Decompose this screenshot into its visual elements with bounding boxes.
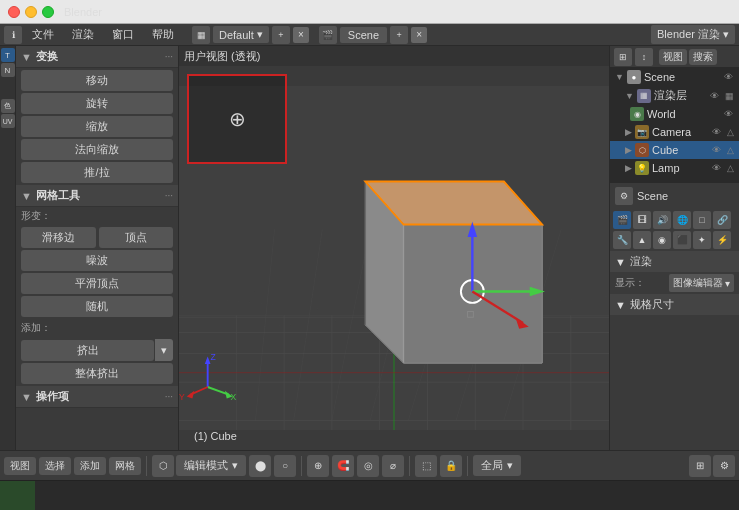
normal-scale-button[interactable]: 法向缩放 [21, 139, 173, 160]
viewport[interactable]: 用户视图 (透视) [179, 46, 609, 450]
bottom-sep-4 [467, 456, 468, 476]
titlebar: Blender [0, 0, 739, 24]
global-dropdown[interactable]: 全局 ▾ [473, 455, 521, 476]
world-icon: ◉ [630, 107, 644, 121]
smooth-vertex-button[interactable]: 平滑顶点 [21, 273, 173, 294]
ops-title: 操作项 [36, 389, 69, 404]
outliner-lamp-label: Lamp [652, 162, 680, 174]
pivot-button[interactable]: ⊕ [307, 455, 329, 477]
snap-button[interactable]: 🧲 [332, 455, 354, 477]
select-bottom-button[interactable]: 选择 [39, 457, 71, 475]
render-tab[interactable]: 🎬 [613, 211, 631, 229]
cube-extra-icon: △ [727, 145, 734, 155]
bottom-right-icons: ⊞ ⚙ [689, 455, 735, 477]
outliner-item-scene[interactable]: ▼ ● Scene 👁 [610, 68, 739, 86]
noise-button[interactable]: 噪波 [21, 250, 173, 271]
camera-extra-icon: △ [727, 127, 734, 137]
extrude-dropdown-button[interactable]: ▾ [155, 339, 173, 361]
outliner-item-camera[interactable]: ▶ 📷 Camera 👁 △ [610, 123, 739, 141]
viewport-object-label: (1) Cube [194, 430, 237, 442]
menu-window[interactable]: 窗口 [104, 25, 142, 44]
settings-button[interactable]: ⚙ [713, 455, 735, 477]
renderlayer-expand-icon: ▼ [625, 91, 634, 101]
extrude-all-button[interactable]: 整体挤出 [21, 363, 173, 384]
menu-help[interactable]: 帮助 [144, 25, 182, 44]
material-tab[interactable]: ◉ [653, 231, 671, 249]
rotate-button[interactable]: 旋转 [21, 93, 173, 114]
scene-icon[interactable]: 🎬 [319, 26, 337, 44]
vertex-button[interactable]: 顶点 [99, 227, 174, 248]
random-button[interactable]: 随机 [21, 296, 173, 317]
lock-button[interactable]: 🔒 [440, 455, 462, 477]
world-tab[interactable]: 🌐 [673, 211, 691, 229]
close-scene-button[interactable]: × [411, 27, 427, 43]
output-tab[interactable]: 🔊 [653, 211, 671, 229]
menu-file[interactable]: 文件 [24, 25, 62, 44]
cube-expand-icon: ▶ [625, 145, 632, 155]
layers-grid-button[interactable]: ⊞ [689, 455, 711, 477]
move-button[interactable]: 移动 [21, 70, 173, 91]
proportional-type-button[interactable]: ⌀ [382, 455, 404, 477]
add-workspace-button[interactable]: + [272, 26, 290, 44]
outliner-view-icon[interactable]: ⊞ [614, 48, 632, 66]
anim-tab[interactable]: 🎞 [633, 211, 651, 229]
object-tab[interactable]: □ [693, 211, 711, 229]
menu-render[interactable]: 渲染 [64, 25, 102, 44]
constraint-tab[interactable]: 🔗 [713, 211, 731, 229]
search-button[interactable]: 搜索 [689, 49, 717, 65]
resolution-section-title[interactable]: ▼ 规格尺寸 [610, 294, 739, 315]
properties-tab[interactable]: N [1, 63, 15, 77]
data-tab[interactable]: ▲ [633, 231, 651, 249]
info-icon[interactable]: ℹ [4, 26, 22, 44]
outliner-item-cube[interactable]: ▶ ⬡ Cube 👁 △ [610, 141, 739, 159]
render-section-label: 渲染 [630, 254, 652, 269]
mesh-bottom-button[interactable]: 网格 [109, 457, 141, 475]
proportional-edit-button[interactable]: ◎ [357, 455, 379, 477]
right-panel: ⊞ ↕ 视图 搜索 ▼ ● Scene 👁 ▼ ▦ 渲染层 👁 [609, 46, 739, 450]
close-workspace-button[interactable]: × [293, 27, 309, 43]
outliner-item-renderlayer[interactable]: ▼ ▦ 渲染层 👁 ▦ [610, 86, 739, 105]
scale-button[interactable]: 缩放 [21, 116, 173, 137]
solid-shading-button[interactable]: ⬤ [249, 455, 271, 477]
wireframe-shading-button[interactable]: ○ [274, 455, 296, 477]
tools-tab[interactable]: T [1, 48, 15, 62]
minimize-window-button[interactable] [25, 6, 37, 18]
add-bottom-button[interactable]: 添加 [74, 457, 106, 475]
svg-text:X: X [231, 392, 237, 402]
uv-tab[interactable]: UV [1, 114, 15, 128]
close-window-button[interactable] [8, 6, 20, 18]
display-dropdown[interactable]: 图像编辑器 ▾ [669, 274, 734, 292]
scene-dropdown[interactable]: Scene [340, 27, 387, 43]
extrude-button[interactable]: 挤出 [21, 340, 154, 361]
slide-button[interactable]: 推/拉 [21, 162, 173, 183]
timeline[interactable] [0, 480, 739, 510]
add-scene-button[interactable]: + [390, 26, 408, 44]
modifier-tab[interactable]: 🔧 [613, 231, 631, 249]
cube-icon: ⬡ [635, 143, 649, 157]
particle-tab[interactable]: ✦ [693, 231, 711, 249]
mode-dropdown[interactable]: 编辑模式 ▾ [176, 455, 246, 476]
slide-edge-button[interactable]: 滑移边 [21, 227, 96, 248]
ops-section-header[interactable]: ▼ 操作项 ··· [16, 386, 178, 408]
outliner-item-lamp[interactable]: ▶ 💡 Lamp 👁 △ [610, 159, 739, 177]
mesh-tools-section-header[interactable]: ▼ 网格工具 ··· [16, 185, 178, 207]
layers-button[interactable]: ⬚ [415, 455, 437, 477]
properties-icon[interactable]: ⚙ [615, 187, 633, 205]
physics-tab[interactable]: ⚡ [713, 231, 731, 249]
transform-section-header[interactable]: ▼ 变换 ··· [16, 46, 178, 68]
outliner-item-world[interactable]: ◉ World 👁 [610, 105, 739, 123]
texture-tab[interactable]: ⬛ [673, 231, 691, 249]
maximize-window-button[interactable] [42, 6, 54, 18]
mesh-tools-options: ··· [165, 190, 173, 201]
renderer-dropdown[interactable]: Blender 渲染 ▾ [651, 25, 735, 44]
outliner-world-label: World [647, 108, 676, 120]
view-bottom-button[interactable]: 视图 [4, 457, 36, 475]
mesh-tools-title: 网格工具 [36, 188, 80, 203]
view-button[interactable]: 视图 [659, 49, 687, 65]
scene-canvas: Z X Y ⊕ (1) Cube [179, 66, 609, 450]
outliner-sort-icon[interactable]: ↕ [635, 48, 653, 66]
render-section-title[interactable]: ▼ 渲染 [610, 251, 739, 272]
workspace-dropdown[interactable]: Default ▾ [213, 26, 269, 43]
color-tab[interactable]: 色 [1, 99, 15, 113]
layout-icon[interactable]: ▦ [192, 26, 210, 44]
